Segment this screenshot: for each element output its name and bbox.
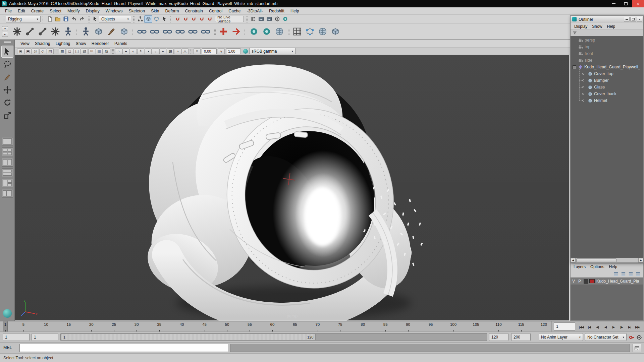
layout-single-pane-button[interactable] [2, 137, 13, 146]
orient-constraint-button[interactable] [161, 25, 174, 38]
viewport-3d-view[interactable]: y x persp [15, 55, 569, 320]
color-management-icon[interactable] [243, 49, 248, 54]
outliner-horizontal-scrollbar[interactable]: ◀ ▶ [571, 258, 643, 262]
menu-item[interactable]: Constrain [182, 8, 206, 14]
collapse-expander-icon[interactable]: − [573, 65, 576, 69]
gamma-field[interactable]: 1.00 [226, 48, 241, 54]
outliner-minimize-button[interactable] [624, 17, 630, 22]
outliner-menu-item[interactable]: Help [604, 24, 618, 29]
modeling-toolkit-sphere-icon[interactable] [3, 309, 12, 318]
hik-character-button[interactable] [248, 25, 260, 38]
multisample-icon[interactable]: ▩ [167, 48, 174, 54]
outliner-camera-item[interactable]: persp [571, 37, 643, 44]
scroll-right-icon[interactable]: ▶ [638, 258, 643, 262]
save-scene-button[interactable] [62, 15, 70, 23]
rotate-tool-button[interactable] [1, 97, 13, 109]
menu-item[interactable]: Help [287, 8, 302, 14]
minimize-button[interactable] [608, 0, 620, 7]
create-empty-layer-icon[interactable] [628, 271, 634, 277]
playback-end-field[interactable]: 120 [489, 333, 508, 341]
time-slider-strip[interactable]: 1510152025303540455055606570758085909510… [0, 321, 552, 332]
select-component-button[interactable] [152, 15, 160, 23]
go-to-start-button[interactable]: |◀◀ [577, 323, 585, 331]
xray-icon[interactable]: ◔ [174, 48, 181, 54]
menu-item[interactable]: Redshift [266, 8, 287, 14]
shelf-item-menu-button[interactable]: ▸ [2, 32, 8, 37]
render-current-frame-button[interactable] [257, 15, 265, 23]
hik-control-rig-button[interactable] [260, 25, 273, 38]
add-influence-button[interactable] [217, 25, 230, 38]
outliner-mesh-item[interactable]: Cover_top [571, 70, 643, 77]
blend-shape-button[interactable] [329, 25, 342, 38]
remove-influence-button[interactable] [230, 25, 243, 38]
lock-camera-icon[interactable]: ▣ [24, 48, 32, 54]
drag-handle[interactable] [245, 16, 248, 22]
script-editor-icon[interactable] [633, 344, 641, 352]
ipr-render-button[interactable] [265, 15, 273, 23]
maximize-button[interactable] [620, 0, 632, 7]
move-layer-up-icon[interactable] [613, 271, 619, 277]
select-object-button[interactable] [144, 15, 152, 23]
step-forward-key-button[interactable]: ▶| [626, 323, 634, 331]
current-frame-field[interactable]: 1 [554, 322, 575, 330]
bind-skin-button[interactable] [79, 25, 92, 38]
scrollbar-thumb[interactable] [576, 258, 616, 262]
layout-two-pane-stacked-button[interactable] [2, 168, 13, 177]
layout-three-pane-button[interactable] [2, 179, 13, 187]
select-hierarchy-button[interactable] [136, 15, 144, 23]
outliner-maximize-button[interactable] [630, 17, 636, 22]
safe-title-icon[interactable]: ▨ [103, 48, 110, 54]
layout-outliner-persp-button[interactable] [2, 189, 13, 198]
outliner-mesh-item[interactable]: Glass [571, 84, 643, 90]
outliner-title-bar[interactable]: Outliner × [571, 16, 643, 23]
hypershade-button[interactable] [281, 15, 289, 23]
toolbox-drag-handle[interactable] [4, 41, 11, 43]
menu-item[interactable]: Deform [162, 8, 182, 14]
construction-history-button[interactable] [249, 15, 257, 23]
make-live-button[interactable] [206, 15, 214, 23]
resolution-gate-icon[interactable]: ◫ [73, 48, 80, 54]
insert-joint-tool-button[interactable] [49, 25, 62, 38]
viewport-menu-item[interactable]: View [18, 41, 32, 47]
image-plane-icon[interactable]: ▤ [47, 48, 54, 54]
textured-icon[interactable]: ◐ [130, 48, 137, 54]
menu-item[interactable]: Cache [225, 8, 244, 14]
menu-item[interactable]: Skeleton [126, 8, 148, 14]
film-gate-icon[interactable]: □ [66, 48, 73, 54]
layer-color-swatch[interactable] [589, 279, 595, 283]
snap-to-curve-button[interactable] [181, 15, 190, 23]
anim-layer-dropdown[interactable]: No Anim Layer ▾ [539, 333, 583, 341]
scale-constraint-button[interactable] [174, 25, 186, 38]
safe-action-icon[interactable]: ▥ [96, 48, 103, 54]
animation-end-field[interactable]: 200 [511, 333, 531, 341]
menu-item[interactable]: -3DtoAll- [244, 8, 266, 14]
move-tool-button[interactable] [1, 84, 13, 96]
range-slider-track[interactable]: 1 120 [60, 333, 487, 341]
open-scene-button[interactable] [54, 15, 62, 23]
redo-button[interactable] [78, 15, 86, 23]
cluster-deformer-button[interactable] [304, 25, 316, 38]
outliner-close-button[interactable]: × [637, 17, 642, 22]
menu-item[interactable]: Create [28, 8, 47, 14]
layer-editor-menu-item[interactable]: Help [606, 264, 620, 269]
range-slider-bar[interactable]: 1 120 [61, 334, 316, 340]
step-back-frame-button[interactable]: ◀| [593, 323, 601, 331]
undo-button[interactable] [70, 15, 78, 23]
outliner-filter-icon[interactable] [572, 30, 578, 36]
menu-item[interactable]: Control [206, 8, 225, 14]
drag-handle[interactable] [170, 16, 172, 22]
gate-mask-icon[interactable]: ▧ [81, 48, 88, 54]
viewport-menu-item[interactable]: Show [73, 41, 89, 47]
layer-visibility-toggle[interactable]: V [571, 279, 577, 284]
menu-set-dropdown[interactable]: Rigging ▾ [6, 16, 41, 22]
snap-to-grid-button[interactable] [173, 15, 181, 23]
isolate-select-icon[interactable]: △ [181, 48, 189, 54]
live-surface-field[interactable]: No Live Surface [215, 16, 244, 22]
viewport-menu-item[interactable]: Panels [112, 41, 130, 47]
shelf-tab-selector-button[interactable]: ▾ [2, 26, 8, 31]
point-constraint-button[interactable] [148, 25, 161, 38]
ik-handle-tool-button[interactable] [23, 25, 36, 38]
outliner-camera-item[interactable]: top [571, 44, 643, 50]
layer-type-box[interactable] [584, 279, 588, 284]
layout-four-pane-button[interactable] [2, 147, 13, 156]
